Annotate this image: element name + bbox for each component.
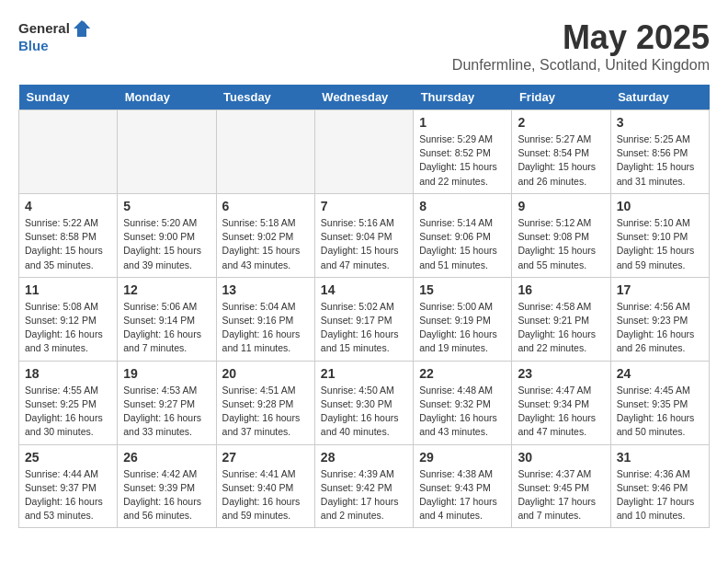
day-number: 8 (419, 199, 506, 213)
day-info: Sunrise: 5:16 AMSunset: 9:04 PMDaylight:… (321, 216, 407, 272)
day-info: Sunrise: 5:06 AMSunset: 9:14 PMDaylight:… (123, 300, 210, 356)
header: General Blue May 2025 Dunfermline, Scotl… (18, 18, 710, 74)
calendar-cell-2-3: 6Sunrise: 5:18 AMSunset: 9:02 PMDaylight… (216, 193, 314, 277)
day-number: 10 (617, 199, 703, 213)
day-info: Sunrise: 5:04 AMSunset: 9:16 PMDaylight:… (222, 300, 309, 356)
day-info: Sunrise: 4:50 AMSunset: 9:30 PMDaylight:… (321, 384, 407, 440)
logo-blue-text: Blue (18, 39, 92, 54)
day-number: 27 (222, 450, 309, 465)
calendar-table: Sunday Monday Tuesday Wednesday Thursday… (18, 85, 710, 528)
day-number: 3 (617, 115, 703, 130)
calendar-cell-3-4: 14Sunrise: 5:02 AMSunset: 9:17 PMDayligh… (314, 277, 413, 361)
day-number: 16 (518, 282, 604, 297)
day-number: 11 (25, 282, 111, 297)
day-info: Sunrise: 5:10 AMSunset: 9:10 PMDaylight:… (617, 216, 703, 272)
day-number: 4 (25, 199, 111, 213)
day-info: Sunrise: 5:12 AMSunset: 9:08 PMDaylight:… (518, 216, 604, 272)
logo: General Blue (18, 18, 92, 54)
calendar-cell-5-1: 25Sunrise: 4:44 AMSunset: 9:37 PMDayligh… (19, 444, 118, 528)
day-number: 14 (321, 282, 407, 297)
day-number: 13 (222, 282, 309, 297)
title-area: May 2025 Dunfermline, Scotland, United K… (452, 18, 710, 74)
day-info: Sunrise: 4:37 AMSunset: 9:45 PMDaylight:… (518, 467, 604, 523)
day-number: 26 (123, 450, 210, 465)
day-number: 31 (617, 450, 703, 465)
calendar-cell-2-1: 4Sunrise: 5:22 AMSunset: 8:58 PMDaylight… (19, 193, 118, 277)
calendar-week-2: 4Sunrise: 5:22 AMSunset: 8:58 PMDaylight… (19, 193, 710, 277)
day-number: 9 (518, 199, 604, 213)
header-sunday: Sunday (19, 85, 118, 110)
calendar-cell-2-2: 5Sunrise: 5:20 AMSunset: 9:00 PMDaylight… (118, 193, 216, 277)
calendar-cell-1-5: 1Sunrise: 5:29 AMSunset: 8:52 PMDaylight… (414, 110, 512, 194)
calendar-cell-5-6: 30Sunrise: 4:37 AMSunset: 9:45 PMDayligh… (512, 444, 610, 528)
day-number: 29 (419, 450, 506, 465)
day-info: Sunrise: 5:29 AMSunset: 8:52 PMDaylight:… (419, 132, 506, 189)
month-title: May 2025 (452, 18, 710, 57)
day-info: Sunrise: 4:38 AMSunset: 9:43 PMDaylight:… (419, 467, 506, 523)
header-friday: Friday (512, 85, 610, 110)
calendar-week-4: 18Sunrise: 4:55 AMSunset: 9:25 PMDayligh… (19, 361, 710, 444)
header-wednesday: Wednesday (314, 85, 413, 110)
calendar-cell-5-3: 27Sunrise: 4:41 AMSunset: 9:40 PMDayligh… (216, 444, 314, 528)
calendar-cell-3-1: 11Sunrise: 5:08 AMSunset: 9:12 PMDayligh… (19, 277, 118, 361)
day-number: 28 (321, 450, 407, 465)
calendar-cell-1-7: 3Sunrise: 5:25 AMSunset: 8:56 PMDaylight… (610, 110, 709, 194)
day-number: 17 (617, 282, 703, 297)
day-info: Sunrise: 4:48 AMSunset: 9:32 PMDaylight:… (419, 384, 506, 440)
calendar-week-5: 25Sunrise: 4:44 AMSunset: 9:37 PMDayligh… (19, 444, 710, 528)
header-saturday: Saturday (610, 85, 709, 110)
day-info: Sunrise: 4:42 AMSunset: 9:39 PMDaylight:… (123, 467, 210, 523)
day-info: Sunrise: 4:36 AMSunset: 9:46 PMDaylight:… (617, 467, 703, 523)
calendar-cell-2-7: 10Sunrise: 5:10 AMSunset: 9:10 PMDayligh… (610, 193, 709, 277)
header-tuesday: Tuesday (216, 85, 314, 110)
calendar-cell-5-2: 26Sunrise: 4:42 AMSunset: 9:39 PMDayligh… (118, 444, 216, 528)
day-info: Sunrise: 4:58 AMSunset: 9:21 PMDaylight:… (518, 300, 604, 356)
day-info: Sunrise: 4:45 AMSunset: 9:35 PMDaylight:… (617, 384, 703, 440)
calendar-cell-4-6: 23Sunrise: 4:47 AMSunset: 9:34 PMDayligh… (512, 361, 610, 444)
header-thursday: Thursday (414, 85, 512, 110)
day-number: 7 (321, 199, 407, 213)
day-info: Sunrise: 5:14 AMSunset: 9:06 PMDaylight:… (419, 216, 506, 272)
day-number: 22 (419, 366, 506, 381)
location-title: Dunfermline, Scotland, United Kingdom (452, 57, 710, 74)
day-info: Sunrise: 5:08 AMSunset: 9:12 PMDaylight:… (25, 300, 111, 356)
calendar-cell-5-4: 28Sunrise: 4:39 AMSunset: 9:42 PMDayligh… (314, 444, 413, 528)
calendar-cell-3-7: 17Sunrise: 4:56 AMSunset: 9:23 PMDayligh… (610, 277, 709, 361)
calendar-cell-5-7: 31Sunrise: 4:36 AMSunset: 9:46 PMDayligh… (610, 444, 709, 528)
calendar-cell-3-6: 16Sunrise: 4:58 AMSunset: 9:21 PMDayligh… (512, 277, 610, 361)
day-number: 15 (419, 282, 506, 297)
day-number: 2 (518, 115, 604, 130)
calendar-cell-1-2 (118, 110, 216, 194)
calendar-week-3: 11Sunrise: 5:08 AMSunset: 9:12 PMDayligh… (19, 277, 710, 361)
day-info: Sunrise: 5:22 AMSunset: 8:58 PMDaylight:… (25, 216, 111, 272)
day-info: Sunrise: 4:39 AMSunset: 9:42 PMDaylight:… (321, 467, 407, 523)
calendar-cell-1-3 (216, 110, 314, 194)
day-number: 19 (123, 366, 210, 381)
calendar-cell-3-5: 15Sunrise: 5:00 AMSunset: 9:19 PMDayligh… (414, 277, 512, 361)
day-info: Sunrise: 5:25 AMSunset: 8:56 PMDaylight:… (617, 132, 703, 189)
logo-arrow-icon (72, 18, 92, 39)
calendar-cell-4-4: 21Sunrise: 4:50 AMSunset: 9:30 PMDayligh… (314, 361, 413, 444)
day-info: Sunrise: 4:44 AMSunset: 9:37 PMDaylight:… (25, 467, 111, 523)
day-number: 23 (518, 366, 604, 381)
calendar-cell-2-5: 8Sunrise: 5:14 AMSunset: 9:06 PMDaylight… (414, 193, 512, 277)
day-info: Sunrise: 5:27 AMSunset: 8:54 PMDaylight:… (518, 132, 604, 189)
day-number: 18 (25, 366, 111, 381)
day-number: 25 (25, 450, 111, 465)
calendar-cell-5-5: 29Sunrise: 4:38 AMSunset: 9:43 PMDayligh… (414, 444, 512, 528)
calendar-cell-3-2: 12Sunrise: 5:06 AMSunset: 9:14 PMDayligh… (118, 277, 216, 361)
day-info: Sunrise: 4:51 AMSunset: 9:28 PMDaylight:… (222, 384, 309, 440)
calendar-header-row: Sunday Monday Tuesday Wednesday Thursday… (19, 85, 710, 110)
calendar-week-1: 1Sunrise: 5:29 AMSunset: 8:52 PMDaylight… (19, 110, 710, 194)
calendar-cell-4-3: 20Sunrise: 4:51 AMSunset: 9:28 PMDayligh… (216, 361, 314, 444)
day-info: Sunrise: 4:47 AMSunset: 9:34 PMDaylight:… (518, 384, 604, 440)
calendar-cell-4-7: 24Sunrise: 4:45 AMSunset: 9:35 PMDayligh… (610, 361, 709, 444)
logo-general-text: General (18, 21, 70, 37)
day-info: Sunrise: 5:18 AMSunset: 9:02 PMDaylight:… (222, 216, 309, 272)
day-number: 21 (321, 366, 407, 381)
calendar-cell-1-1 (19, 110, 118, 194)
day-info: Sunrise: 4:41 AMSunset: 9:40 PMDaylight:… (222, 467, 309, 523)
calendar-cell-3-3: 13Sunrise: 5:04 AMSunset: 9:16 PMDayligh… (216, 277, 314, 361)
day-number: 30 (518, 450, 604, 465)
day-info: Sunrise: 4:55 AMSunset: 9:25 PMDaylight:… (25, 384, 111, 440)
